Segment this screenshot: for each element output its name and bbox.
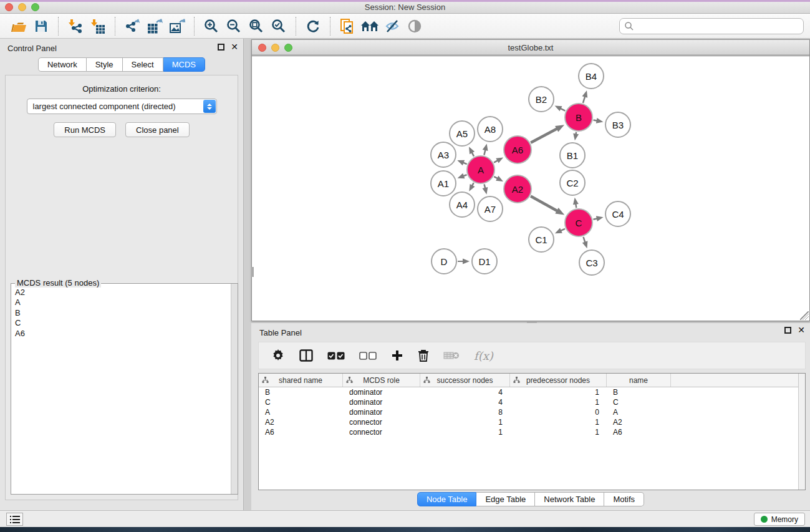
result-item[interactable]: A6 (15, 329, 230, 339)
column-header-MCDS-role[interactable]: MCDS role (343, 374, 420, 387)
column-header-successor-nodes[interactable]: successor nodes (420, 374, 510, 387)
close-table-panel-icon[interactable]: ✕ (798, 327, 805, 334)
graph-node-A1[interactable]: A1 (430, 170, 456, 196)
graph-node-A2[interactable]: A2 (503, 175, 532, 203)
hide-details-icon[interactable] (381, 16, 403, 36)
save-session-icon[interactable] (30, 16, 52, 36)
graph-node-A6[interactable]: A6 (503, 135, 532, 164)
mcds-panel: Optimization criterion: largest connecte… (5, 75, 238, 500)
table-scrollbar[interactable] (798, 374, 805, 490)
table-tab-edge-table[interactable]: Edge Table (476, 492, 535, 506)
vertical-scroll-mark[interactable] (251, 267, 254, 277)
graph-node-A[interactable]: A (466, 155, 495, 184)
graph-node-D[interactable]: D (431, 248, 457, 274)
duplicate-network-icon[interactable] (336, 16, 359, 36)
network-window-title: testGlobe.txt (252, 43, 809, 52)
eye-icon[interactable] (403, 16, 426, 36)
float-panel-icon[interactable] (218, 44, 224, 51)
open-session-icon[interactable] (7, 16, 30, 36)
graph-node-A3[interactable]: A3 (430, 142, 456, 168)
table-row[interactable]: Adominator80A (259, 407, 805, 417)
import-network-icon[interactable] (64, 16, 87, 36)
table-cell: dominator (343, 397, 420, 407)
column-header-name[interactable]: name (607, 374, 671, 387)
column-header-shared-name[interactable]: shared name (259, 374, 343, 387)
desktop-background-strip (0, 527, 810, 532)
export-table-icon[interactable] (143, 16, 166, 36)
graph-node-A4[interactable]: A4 (449, 191, 475, 218)
delete-table-icon[interactable] (443, 346, 460, 365)
graph-node-C1[interactable]: C1 (528, 226, 554, 253)
table-cell: dominator (343, 387, 420, 397)
table-tab-network-table[interactable]: Network Table (535, 492, 604, 506)
graph-node-B[interactable]: B (564, 103, 593, 132)
search-input[interactable] (634, 20, 803, 32)
graph-node-D1[interactable]: D1 (471, 248, 498, 274)
result-item[interactable]: A2 (15, 288, 230, 297)
tab-network[interactable]: Network (38, 57, 87, 72)
graph-node-A7[interactable]: A7 (477, 196, 503, 222)
close-panel-icon[interactable]: ✕ (231, 44, 238, 51)
function-builder-icon[interactable]: f(x) (474, 346, 493, 365)
node-table: shared nameMCDS rolesuccessor nodesprede… (258, 373, 806, 490)
import-table-icon[interactable] (87, 16, 109, 36)
table-row[interactable]: A6connector11A6 (259, 427, 805, 437)
application-window: Session: New Session (0, 0, 810, 532)
zoom-in-icon[interactable] (200, 16, 223, 36)
graph-node-B2[interactable]: B2 (528, 86, 554, 112)
criterion-select[interactable]: largest connected component (directed) (27, 99, 217, 114)
network-window-titlebar[interactable]: testGlobe.txt (252, 40, 809, 55)
select-all-icon[interactable] (327, 346, 345, 365)
export-network-icon[interactable] (121, 16, 143, 36)
table-cell: C (259, 397, 343, 407)
graph-node-B4[interactable]: B4 (578, 63, 604, 89)
table-cell: 1 (420, 417, 510, 427)
zoom-selected-icon[interactable] (268, 16, 290, 36)
table-header: shared nameMCDS rolesuccessor nodesprede… (259, 374, 805, 387)
export-image-icon[interactable] (166, 16, 188, 36)
graph-node-B3[interactable]: B3 (605, 112, 631, 138)
zoom-fit-icon[interactable] (245, 16, 268, 36)
close-panel-button[interactable]: Close panel (125, 122, 190, 137)
home-icon[interactable] (359, 16, 381, 36)
graph-node-B1[interactable]: B1 (559, 142, 586, 168)
table-row[interactable]: Cdominator41C (259, 397, 805, 407)
column-header-predecessor-nodes[interactable]: predecessor nodes (510, 374, 607, 387)
table-tab-node-table[interactable]: Node Table (417, 492, 477, 506)
tab-select[interactable]: Select (123, 57, 163, 72)
table-toolbar: f(x) (258, 342, 806, 369)
tab-style[interactable]: Style (87, 57, 123, 72)
result-scrollbar[interactable] (231, 284, 238, 494)
float-table-panel-icon[interactable] (784, 327, 791, 334)
deselect-all-icon[interactable] (359, 346, 377, 365)
table-row[interactable]: A2connector11A2 (259, 417, 805, 427)
refresh-icon[interactable] (302, 16, 324, 36)
network-canvas[interactable]: B4B2BB3A5A8A6A3B1AC2A1A2A4A7C4CC1C3DD1 (252, 56, 809, 321)
graph-node-A5[interactable]: A5 (449, 120, 475, 147)
graph-node-C4[interactable]: C4 (605, 201, 631, 227)
add-column-icon[interactable] (391, 346, 403, 365)
split-columns-icon[interactable] (299, 346, 313, 365)
zoom-out-icon[interactable] (223, 16, 245, 36)
window-resize-grip[interactable] (800, 311, 809, 320)
table-cell: A6 (607, 427, 671, 437)
task-history-button[interactable] (6, 513, 23, 526)
run-mcds-button[interactable]: Run MCDS (54, 122, 116, 137)
table-row[interactable]: Bdominator41B (259, 387, 805, 397)
graph-node-C[interactable]: C (564, 208, 593, 237)
tab-mcds[interactable]: MCDS (163, 57, 205, 72)
window-title: Session: New Session (0, 2, 810, 12)
table-cell: A6 (259, 427, 343, 437)
table-cell: connector (343, 427, 420, 437)
graph-node-A8[interactable]: A8 (477, 116, 503, 142)
table-tab-motifs[interactable]: Motifs (604, 492, 644, 506)
table-settings-icon[interactable] (271, 346, 285, 365)
result-item[interactable]: B (15, 308, 230, 318)
delete-column-icon[interactable] (418, 346, 429, 365)
graph-node-C2[interactable]: C2 (559, 170, 586, 196)
memory-button[interactable]: Memory (754, 513, 805, 526)
graph-node-C3[interactable]: C3 (579, 249, 605, 276)
result-item[interactable]: A (15, 297, 230, 307)
result-item[interactable]: C (15, 318, 230, 328)
table-panel-title: Table Panel (259, 328, 302, 337)
